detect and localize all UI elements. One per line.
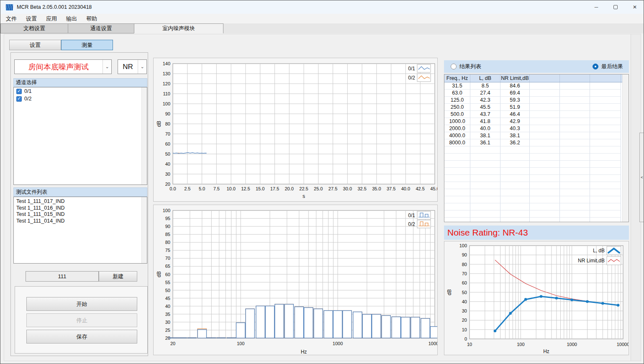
menu-item-1[interactable]: 文件 <box>1 14 21 23</box>
last-result-radio[interactable] <box>593 64 598 69</box>
table-cell <box>530 132 560 139</box>
table-cell <box>500 218 530 222</box>
menu-item-3[interactable]: 应用 <box>41 14 62 23</box>
save-button[interactable]: 保存 <box>26 330 137 343</box>
table-row[interactable] <box>444 203 629 210</box>
table-cell <box>560 154 590 161</box>
test-file-item-1[interactable]: Test 1_111_017_IND <box>14 198 147 205</box>
table-cell: 4000.0 <box>444 132 470 139</box>
menu-item-2[interactable]: 设置 <box>21 14 41 23</box>
channel-item-0/1[interactable]: 0/1 <box>14 87 147 95</box>
table-cell <box>590 203 621 210</box>
svg-text:50: 50 <box>462 290 467 295</box>
menu-item-5[interactable]: 帮助 <box>82 14 102 23</box>
chevron-down-icon[interactable]: ⌄ <box>138 60 146 74</box>
channel-listbox[interactable]: 0/10/2 <box>13 87 147 185</box>
start-button[interactable]: 开始 <box>26 297 137 311</box>
svg-text:20: 20 <box>462 318 467 323</box>
main-tab-2[interactable]: 通道设置 <box>68 23 134 33</box>
table-row[interactable] <box>444 210 629 218</box>
svg-text:10: 10 <box>462 327 467 332</box>
table-row[interactable]: 63.027.469.4 <box>444 90 629 97</box>
channel-item-0/2[interactable]: 0/2 <box>14 95 147 103</box>
table-row[interactable] <box>444 218 629 222</box>
svg-text:70: 70 <box>165 256 170 261</box>
file-name-input[interactable] <box>26 271 99 282</box>
tab-settings[interactable]: 设置 <box>9 40 61 50</box>
channel-list-scrollbar[interactable] <box>141 87 147 185</box>
table-row[interactable]: 500.043.746.4 <box>444 111 629 118</box>
result-table-scrollbar[interactable] <box>622 74 629 222</box>
table-row[interactable] <box>444 189 629 196</box>
table-row[interactable] <box>444 146 629 154</box>
table-cell <box>530 125 560 132</box>
result-list-radio[interactable] <box>451 64 457 69</box>
checkbox-checked-icon[interactable] <box>16 96 22 102</box>
table-cell <box>590 118 621 125</box>
table-cell: 1000.0 <box>444 118 470 125</box>
test-type-combobox[interactable]: 房间本底噪声测试 ⌄ <box>14 59 112 74</box>
table-cell <box>560 97 590 104</box>
table-cell: 69.4 <box>500 90 530 97</box>
svg-text:10000: 10000 <box>428 341 437 346</box>
nr-combobox[interactable]: NR ⌄ <box>118 59 147 74</box>
svg-text:0.0: 0.0 <box>169 186 176 191</box>
noise-rating-banner: Noise Rating: NR-43 <box>444 226 629 240</box>
checkbox-checked-icon[interactable] <box>16 89 22 94</box>
main-tab-1[interactable]: 文档设置 <box>0 23 68 33</box>
table-cell <box>560 82 590 90</box>
tab-measure[interactable]: 测量 <box>61 40 113 50</box>
table-cell <box>530 218 560 222</box>
svg-text:40.0: 40.0 <box>401 186 410 191</box>
table-row[interactable]: 250.045.551.9 <box>444 104 629 111</box>
table-row[interactable]: 125.042.359.3 <box>444 97 629 104</box>
svg-text:7.5: 7.5 <box>213 186 220 191</box>
minimize-button[interactable]: ─ <box>587 0 606 14</box>
table-cell <box>530 139 560 146</box>
table-row[interactable]: 2000.040.040.3 <box>444 125 629 132</box>
svg-text:40: 40 <box>165 304 170 309</box>
table-cell <box>530 154 560 161</box>
table-cell: 84.6 <box>500 82 530 90</box>
close-button[interactable]: ✕ <box>625 0 644 14</box>
table-row[interactable] <box>444 182 629 189</box>
table-cell <box>590 182 621 189</box>
svg-text:30.0: 30.0 <box>343 186 352 191</box>
table-row[interactable]: 1000.041.842.9 <box>444 118 629 125</box>
svg-text:Hz: Hz <box>301 349 307 355</box>
table-header-cell <box>590 74 621 82</box>
table-row[interactable] <box>444 196 629 203</box>
maximize-button[interactable] <box>606 0 625 14</box>
test-file-listbox[interactable]: Test 1_111_017_INDTest 1_111_016_INDTest… <box>13 197 147 264</box>
file-list-scrollbar[interactable] <box>141 197 147 263</box>
svg-text:37.5: 37.5 <box>387 186 395 191</box>
svg-text:90: 90 <box>165 224 170 229</box>
chevron-down-icon[interactable]: ⌄ <box>103 60 111 74</box>
test-file-item-4[interactable]: Test 1_111_014_IND <box>14 218 147 225</box>
time-history-chart: 14013012011010090807060504030200.02.55.0… <box>153 58 438 202</box>
table-row[interactable]: 31.58.584.6 <box>444 82 629 90</box>
svg-text:60: 60 <box>165 141 170 146</box>
table-row[interactable] <box>444 161 629 168</box>
tab-measure-label: 测量 <box>82 41 92 49</box>
test-file-item-3[interactable]: Test 1_111_015_IND <box>14 211 147 218</box>
table-row[interactable] <box>444 168 629 175</box>
table-row[interactable]: 4000.038.138.1 <box>444 132 629 139</box>
panel-collapse-handle[interactable]: < <box>639 133 644 222</box>
svg-text:45: 45 <box>165 296 170 301</box>
table-cell <box>444 161 470 168</box>
svg-text:17.5: 17.5 <box>270 186 279 191</box>
test-file-item-2[interactable]: Test 1_111_016_IND <box>14 205 147 212</box>
table-row[interactable] <box>444 175 629 182</box>
table-cell: 40.0 <box>470 125 500 132</box>
menu-item-4[interactable]: 输出 <box>62 14 82 23</box>
table-row[interactable]: 8000.036.136.2 <box>444 139 629 146</box>
table-row[interactable] <box>444 154 629 161</box>
table-cell <box>590 146 621 154</box>
new-button[interactable]: 新建 <box>99 271 137 282</box>
table-cell <box>560 196 590 203</box>
main-tab-3[interactable]: 室内噪声模块 <box>134 23 223 33</box>
table-cell: 46.4 <box>500 111 530 118</box>
test-type-value: 房间本底噪声测试 <box>15 62 103 72</box>
svg-text:95: 95 <box>165 216 170 221</box>
